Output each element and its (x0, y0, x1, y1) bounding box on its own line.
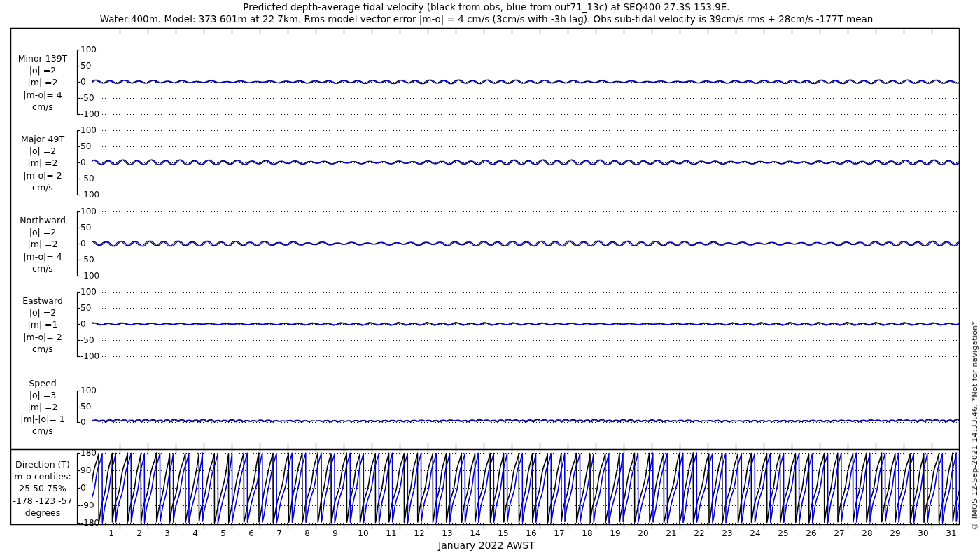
y-tick-label-direction-180: 180 (80, 448, 97, 458)
x-tick-label-day-1: 1 (108, 528, 114, 538)
y-tick-label-minor--100: -100 (80, 109, 99, 119)
x-tick-label-day-29: 29 (890, 528, 900, 538)
x-tick-label-day-26: 26 (806, 528, 816, 538)
figure-subtitle: Water:400m. Model: 373 601m at 22 7km. R… (10, 13, 962, 24)
x-tick-label-day-25: 25 (778, 528, 788, 538)
y-tick-label-northward-0: 0 (80, 239, 86, 248)
y-tick-label-northward-50: 50 (80, 223, 91, 232)
y-tick-label-major-0: 0 (80, 158, 86, 167)
y-tick-label-eastward-100: 100 (80, 287, 97, 297)
x-tick-label-day-21: 21 (666, 528, 676, 538)
x-tick-label-day-9: 9 (332, 528, 338, 538)
plot-canvas (0, 0, 980, 560)
panel-label-northward: Northward |o| =2 |m| =2 |m-o|= 4 cm/s (1, 214, 84, 274)
y-tick-label-eastward--100: -100 (80, 351, 99, 361)
x-tick-label-day-2: 2 (136, 528, 142, 538)
panel-label-major: Major 49T |o| =2 |m| =2 |m-o|= 2 cm/s (1, 133, 84, 193)
y-tick-label-eastward--50: -50 (80, 335, 94, 345)
x-tick-label-day-5: 5 (220, 528, 226, 538)
panel-label-direction: Direction (T) m-o centiles: 25 50 75% -1… (1, 458, 84, 519)
x-tick-label-day-14: 14 (470, 528, 480, 538)
y-tick-label-northward-100: 100 (80, 206, 97, 216)
y-tick-label-northward--100: -100 (80, 271, 99, 281)
y-tick-label-major--100: -100 (80, 190, 99, 200)
y-tick-label-northward--50: -50 (80, 255, 94, 265)
x-tick-label-day-3: 3 (164, 528, 170, 538)
x-tick-label-day-22: 22 (694, 528, 704, 538)
y-tick-label-direction-0: 0 (80, 483, 86, 493)
y-tick-label-major--50: -50 (80, 174, 94, 183)
y-tick-label-minor--50: -50 (80, 93, 94, 103)
x-tick-label-day-17: 17 (554, 528, 564, 538)
x-axis-label: January 2022 AWST (10, 540, 962, 551)
x-tick-label-day-19: 19 (610, 528, 620, 538)
y-tick-label-eastward-0: 0 (80, 319, 86, 329)
y-tick-label-minor-50: 50 (80, 61, 91, 71)
x-tick-label-day-10: 10 (358, 528, 368, 538)
y-tick-label-direction--90: -90 (80, 500, 94, 510)
panel-label-speed: Speed |o| =3 |m| =2 |m|-|o|= 1 cm/s (1, 377, 84, 438)
y-tick-label-minor-0: 0 (80, 77, 86, 87)
x-tick-label-day-6: 6 (248, 528, 254, 538)
x-tick-label-day-31: 31 (946, 528, 956, 538)
x-tick-label-day-16: 16 (526, 528, 536, 538)
panel-label-eastward: Eastward |o| =2 |m| =1 |m-o|= 2 cm/s (1, 295, 84, 355)
x-tick-label-day-13: 13 (442, 528, 452, 538)
y-tick-label-major-100: 100 (80, 125, 97, 135)
x-tick-label-day-27: 27 (834, 528, 844, 538)
y-tick-label-eastward-50: 50 (80, 303, 91, 313)
tidal-velocity-figure: Predicted depth-average tidal velocity (… (0, 0, 980, 560)
x-tick-label-day-30: 30 (918, 528, 928, 538)
x-tick-label-day-12: 12 (414, 528, 424, 538)
x-tick-label-day-24: 24 (750, 528, 760, 538)
copyright-watermark: © IMOS 12-Sep-2021 14:33:46. *Not for na… (970, 321, 979, 531)
x-tick-label-day-8: 8 (304, 528, 310, 538)
y-tick-label-major-50: 50 (80, 141, 91, 151)
y-tick-label-direction--180: -180 (80, 518, 99, 528)
x-tick-label-day-7: 7 (276, 528, 282, 538)
y-tick-label-speed-50: 50 (80, 401, 91, 411)
x-tick-label-day-23: 23 (722, 528, 732, 538)
y-tick-label-speed-0: 0 (80, 417, 86, 427)
x-tick-label-day-28: 28 (862, 528, 872, 538)
figure-title: Predicted depth-average tidal velocity (… (10, 1, 962, 13)
x-tick-label-day-4: 4 (192, 528, 198, 538)
panel-label-minor: Minor 139T |o| =2 |m| =2 |m-o|= 4 cm/s (1, 52, 84, 113)
y-tick-label-direction-90: 90 (80, 465, 91, 475)
y-tick-label-speed-100: 100 (80, 386, 97, 396)
x-tick-label-day-20: 20 (638, 528, 648, 538)
x-tick-label-day-11: 11 (386, 528, 396, 538)
x-tick-label-day-15: 15 (498, 528, 508, 538)
x-tick-label-day-18: 18 (582, 528, 592, 538)
y-tick-label-minor-100: 100 (80, 45, 97, 55)
